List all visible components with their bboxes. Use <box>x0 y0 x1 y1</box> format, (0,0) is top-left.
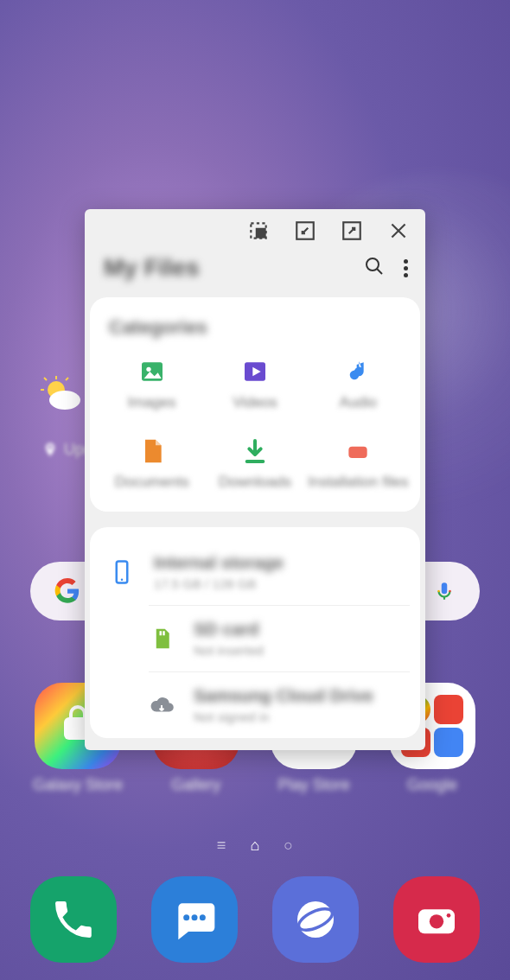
svg-point-24 <box>146 367 150 372</box>
popup-header: My Files <box>85 249 425 297</box>
dock-messages[interactable] <box>151 876 238 963</box>
category-documents[interactable]: Documents <box>100 437 203 491</box>
page-indicator-home-icon[interactable]: ⌂ <box>250 837 259 855</box>
phone-storage-icon <box>109 559 135 585</box>
popup-title: My Files <box>104 254 199 282</box>
downloads-icon <box>241 437 269 465</box>
more-options-button[interactable] <box>404 259 408 277</box>
search-icon <box>364 256 385 277</box>
category-downloads[interactable]: Downloads <box>203 437 306 491</box>
svg-rect-7 <box>449 590 450 592</box>
google-g-icon <box>54 578 80 604</box>
category-audio[interactable]: Audio <box>307 358 410 411</box>
svg-point-29 <box>121 579 124 582</box>
svg-point-16 <box>447 913 451 918</box>
category-label: Videos <box>233 394 277 411</box>
documents-icon <box>138 437 166 465</box>
svg-line-4 <box>66 378 68 380</box>
storage-internal[interactable]: Internal storage 17.5 GB / 128 GB <box>100 539 410 605</box>
svg-point-21 <box>367 258 379 270</box>
storage-title: Samsung Cloud Drive <box>194 686 373 706</box>
svg-line-3 <box>44 378 47 380</box>
category-label: Images <box>128 394 176 411</box>
videos-icon <box>241 358 269 385</box>
phone-icon <box>49 895 98 944</box>
window-controls <box>85 209 425 249</box>
dock-camera[interactable] <box>393 876 480 963</box>
audio-icon <box>344 358 372 385</box>
cloud-drive-icon <box>149 692 175 718</box>
window-close-button[interactable] <box>387 220 410 242</box>
dock-phone[interactable] <box>30 876 117 963</box>
app-label: Gallery <box>171 776 220 794</box>
storage-sd-card[interactable]: SD card Not inserted <box>149 605 410 671</box>
images-icon <box>138 358 166 385</box>
category-label: Downloads <box>219 474 291 491</box>
svg-rect-6 <box>437 590 439 592</box>
categories-card: Categories Images Videos Audio Documents… <box>90 297 420 512</box>
category-label: Documents <box>115 474 189 491</box>
svg-point-11 <box>200 914 206 920</box>
svg-rect-18 <box>256 228 266 239</box>
messages-icon <box>170 895 219 944</box>
svg-point-10 <box>192 914 198 920</box>
category-label: Audio <box>340 394 377 411</box>
window-maximize-button[interactable] <box>341 220 363 242</box>
categories-heading: Categories <box>100 316 410 339</box>
app-label: Galaxy Store <box>33 776 123 794</box>
page-indicator[interactable]: ≡ ⌂ ○ <box>0 837 510 855</box>
storage-cloud-drive[interactable]: Samsung Cloud Drive Not signed in <box>149 671 410 738</box>
svg-point-15 <box>430 914 443 928</box>
svg-line-22 <box>377 269 382 274</box>
app-label: Play Store <box>278 776 350 794</box>
internet-icon <box>291 895 340 944</box>
location-pin-icon <box>41 442 59 459</box>
dock <box>30 876 480 963</box>
storage-subtitle: Not signed in <box>194 710 373 724</box>
storage-subtitle: 17.5 GB / 128 GB <box>154 576 284 591</box>
camera-icon <box>412 895 461 944</box>
storage-subtitle: Not inserted <box>194 643 264 658</box>
popup-window: My Files Categories Images Videos Audio <box>85 209 425 750</box>
storage-title: Internal storage <box>154 553 284 573</box>
storage-card: Internal storage 17.5 GB / 128 GB SD car… <box>90 527 420 738</box>
category-label: Installation files <box>308 474 408 491</box>
dock-internet[interactable] <box>272 876 359 963</box>
category-images[interactable]: Images <box>100 358 203 411</box>
page-indicator-apps-icon[interactable]: ≡ <box>217 837 226 855</box>
svg-rect-31 <box>163 631 165 635</box>
weather-widget[interactable] <box>39 376 82 410</box>
apk-icon <box>344 437 372 465</box>
page-indicator-dot[interactable]: ○ <box>284 837 293 855</box>
mic-icon[interactable] <box>433 580 456 602</box>
weather-icon <box>39 376 82 410</box>
svg-point-9 <box>183 914 189 920</box>
category-videos[interactable]: Videos <box>203 358 306 411</box>
window-minimize-button[interactable] <box>294 220 316 242</box>
svg-rect-30 <box>160 631 163 635</box>
svg-point-5 <box>49 391 80 410</box>
app-label: Google <box>407 776 457 794</box>
svg-rect-27 <box>349 447 367 458</box>
storage-title: SD card <box>194 620 264 640</box>
category-installation-files[interactable]: Installation files <box>307 437 410 491</box>
search-button[interactable] <box>364 256 385 280</box>
sd-card-icon <box>149 626 175 652</box>
window-snap-button[interactable] <box>247 220 270 242</box>
